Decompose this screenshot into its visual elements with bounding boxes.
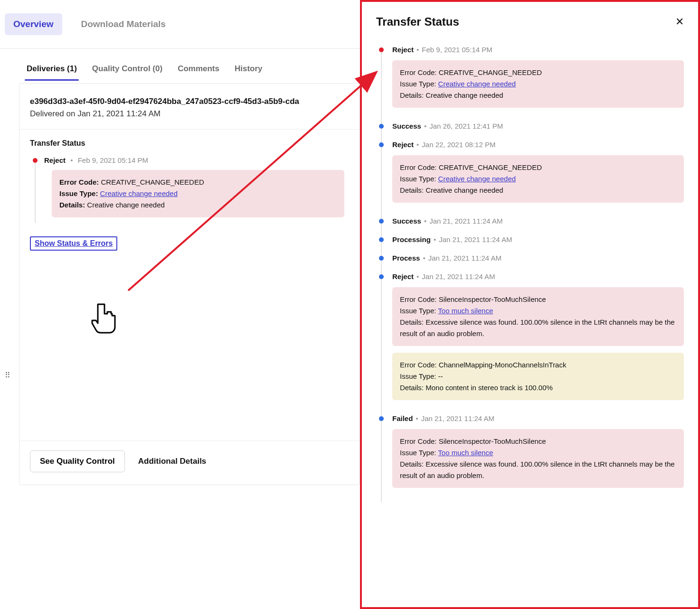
timestamp: Feb 9, 2021 05:14 PM: [422, 46, 492, 54]
error-box: Error Code: CREATIVE_CHANGE_NEEDEDIssue …: [392, 155, 684, 203]
timeline-head: Reject•Feb 9, 2021 05:14 PM: [392, 46, 684, 54]
show-status-errors-button[interactable]: Show Status & Errors: [30, 236, 117, 251]
issue-type-link[interactable]: Too much silence: [438, 449, 493, 457]
status-label: Reject: [44, 156, 66, 164]
inner-tabs: Deliveries (1) Quality Control (0) Comme…: [19, 53, 360, 80]
details-value: Excessive silence was found. 100.00% sil…: [400, 318, 675, 337]
details-label: Details:: [400, 384, 424, 392]
panel-timeline-item: Success•Jan 21, 2021 11:24 AM: [379, 217, 684, 235]
error-code-label: Error Code:: [59, 178, 99, 186]
error-box: Error Code: SilenceInspector-TooMuchSile…: [392, 287, 684, 346]
separator: •: [416, 46, 419, 54]
tab-overview[interactable]: Overview: [5, 13, 62, 35]
timeline-head: Reject • Feb 9, 2021 05:14 PM: [44, 156, 344, 164]
issue-type-label: Issue Type:: [400, 307, 436, 315]
tab-download-materials[interactable]: Download Materials: [73, 13, 174, 35]
transfer-status-title: Transfer Status: [30, 139, 344, 148]
status-label: Success: [392, 122, 421, 130]
timestamp: Feb 9, 2021 05:14 PM: [78, 156, 148, 164]
status-label: Reject: [392, 272, 414, 281]
error-code-label: Error Code:: [400, 68, 437, 76]
additional-details-link[interactable]: Additional Details: [138, 457, 207, 466]
issue-type-label: Issue Type:: [400, 175, 436, 183]
close-icon[interactable]: ✕: [675, 17, 684, 27]
timestamp: Jan 22, 2021 08:12 PM: [422, 141, 495, 149]
status-dot-icon: [379, 237, 384, 242]
details-label: Details:: [400, 91, 424, 99]
delivered-on: Delivered on Jan 21, 2021 11:24 AM: [30, 109, 349, 119]
timestamp: Jan 21, 2021 11:24 AM: [421, 414, 494, 422]
drag-handle-icon[interactable]: ⠿: [5, 371, 10, 380]
status-dot-icon: [379, 142, 384, 147]
error-box: Error Code: ChannelMapping-MonoChannelsI…: [392, 353, 684, 400]
tab-quality-control[interactable]: Quality Control (0): [90, 59, 164, 80]
status-dot-icon: [379, 416, 384, 421]
timestamp: Jan 21, 2021 11:24 AM: [439, 235, 512, 244]
status-dot-icon: [379, 124, 384, 129]
tab-history[interactable]: History: [233, 59, 265, 80]
timestamp: Jan 26, 2021 12:41 PM: [429, 122, 503, 130]
card-timeline-item: Reject • Feb 9, 2021 05:14 PM Error Code…: [33, 156, 344, 223]
delivery-card: e396d3d3-a3ef-45f0-9d04-ef2947624bba_247…: [19, 83, 360, 485]
details-label: Details:: [400, 186, 424, 194]
timeline-head: Processing•Jan 21, 2021 11:24 AM: [392, 235, 684, 244]
separator: •: [70, 156, 73, 164]
separator: •: [416, 414, 418, 422]
issue-type-link[interactable]: Too much silence: [438, 307, 493, 315]
error-code-value: CREATIVE_CHANGE_NEEDED: [101, 178, 204, 186]
timeline-head: Success•Jan 21, 2021 11:24 AM: [392, 217, 684, 225]
card-header: e396d3d3-a3ef-45f0-9d04-ef2947624bba_247…: [19, 84, 359, 130]
details-label: Details:: [59, 201, 85, 209]
error-box: Error Code: SilenceInspector-TooMuchSile…: [392, 429, 684, 488]
error-box: Error Code: CREATIVE_CHANGE_NEEDEDIssue …: [392, 60, 684, 108]
details-label: Details:: [400, 460, 424, 468]
panel-timeline: Reject•Feb 9, 2021 05:14 PMError Code: C…: [379, 46, 684, 502]
issue-type-label: Issue Type:: [59, 189, 98, 197]
tab-comments[interactable]: Comments: [176, 59, 221, 80]
transfer-status-panel: Transfer Status ✕ Reject•Feb 9, 2021 05:…: [360, 0, 700, 609]
error-code-value: CREATIVE_CHANGE_NEEDED: [439, 163, 542, 171]
panel-timeline-item: Reject•Jan 21, 2021 11:24 AMError Code: …: [379, 272, 684, 414]
left-pane: Overview Download Materials ⠿ Deliveries…: [0, 0, 360, 609]
issue-type-link[interactable]: Creative change needed: [438, 175, 516, 183]
details-value: Excessive silence was found. 100.00% sil…: [400, 460, 675, 479]
panel-timeline-item: Success•Jan 26, 2021 12:41 PM: [379, 122, 684, 141]
status-label: Reject: [392, 46, 414, 54]
top-tabs: Overview Download Materials: [0, 0, 360, 49]
status-label: Failed: [392, 414, 413, 422]
card-timeline: Reject • Feb 9, 2021 05:14 PM Error Code…: [33, 156, 344, 223]
timeline-head: Reject•Jan 22, 2021 08:12 PM: [392, 141, 684, 149]
separator: •: [424, 122, 426, 130]
issue-type-value: --: [438, 372, 443, 380]
see-quality-control-button[interactable]: See Quality Control: [30, 450, 125, 472]
delivery-id: e396d3d3-a3ef-45f0-9d04-ef2947624bba_247…: [30, 97, 349, 106]
error-code-label: Error Code:: [400, 437, 437, 445]
separator: •: [423, 254, 425, 262]
separator: •: [424, 217, 426, 225]
timestamp: Jan 21, 2021 11:24 AM: [429, 217, 502, 225]
panel-timeline-item: Failed•Jan 21, 2021 11:24 AMError Code: …: [379, 414, 684, 502]
issue-type-label: Issue Type:: [400, 372, 436, 380]
status-dot-icon: [379, 274, 384, 279]
error-code-value: ChannelMapping-MonoChannelsInTrack: [439, 361, 567, 369]
panel-timeline-item: Process•Jan 21, 2021 11:24 AM: [379, 254, 684, 272]
status-label: Success: [392, 217, 421, 225]
issue-type-link[interactable]: Creative change needed: [438, 80, 516, 88]
timeline-head: Reject•Jan 21, 2021 11:24 AM: [392, 272, 684, 281]
timestamp: Jan 21, 2021 11:24 AM: [428, 254, 501, 262]
details-label: Details:: [400, 318, 424, 326]
separator: •: [434, 235, 436, 244]
panel-timeline-item: Processing•Jan 21, 2021 11:24 AM: [379, 235, 684, 254]
issue-type-link[interactable]: Creative change needed: [100, 189, 178, 197]
error-code-label: Error Code:: [400, 295, 437, 303]
status-dot-icon: [379, 47, 384, 52]
issue-type-label: Issue Type:: [400, 80, 436, 88]
tab-deliveries[interactable]: Deliveries (1): [25, 59, 79, 80]
separator: •: [416, 141, 419, 149]
details-value: Creative change needed: [426, 186, 503, 194]
timeline-head: Process•Jan 21, 2021 11:24 AM: [392, 254, 684, 262]
status-dot-icon: [379, 256, 384, 261]
error-code-value: CREATIVE_CHANGE_NEEDED: [439, 68, 542, 76]
issue-type-label: Issue Type:: [400, 449, 436, 457]
error-code-label: Error Code:: [400, 163, 437, 171]
